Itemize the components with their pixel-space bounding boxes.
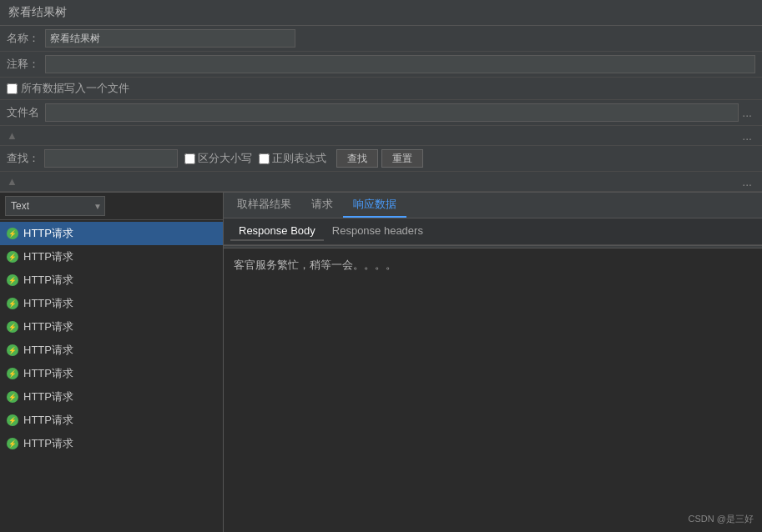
options-button-2[interactable]: ...	[739, 175, 755, 188]
http-request-icon	[7, 344, 18, 356]
http-request-icon	[7, 391, 18, 403]
tabs-bar: 取样器结果 请求 响应数据	[224, 193, 762, 218]
reset-button[interactable]: 重置	[381, 149, 423, 168]
filename-input[interactable]	[45, 103, 739, 122]
window-title: 察看结果树	[8, 5, 67, 18]
main-area: Text HTML JSON XML Regexp Tester ▼ HTTP请…	[0, 193, 762, 532]
http-request-icon	[7, 274, 18, 286]
search-label: 查找：	[7, 151, 39, 166]
name-row: 名称：	[0, 26, 762, 52]
http-request-icon	[7, 368, 18, 379]
search-input[interactable]	[44, 149, 178, 168]
filename-browse-button[interactable]: ...	[739, 106, 755, 119]
http-request-icon	[7, 251, 18, 263]
sub-tab-response-body[interactable]: Response Body	[230, 222, 324, 241]
tree-item-label: HTTP请求	[23, 319, 73, 334]
filename-row: 文件名 ...	[0, 100, 762, 126]
tree-item-label: HTTP请求	[23, 226, 73, 241]
all-data-checkbox-label[interactable]: 所有数据写入一个文件	[7, 81, 129, 96]
case-sensitive-label[interactable]: 区分大小写	[184, 151, 252, 166]
tree-item[interactable]: HTTP请求	[0, 362, 223, 385]
regex-checkbox[interactable]	[259, 153, 270, 164]
watermark: CSDN @是三好	[689, 513, 754, 525]
tree-item[interactable]: HTTP请求	[0, 222, 223, 245]
all-data-checkbox[interactable]	[7, 83, 18, 94]
http-request-icon	[7, 414, 18, 426]
separator-row-1: ▲ ...	[0, 126, 762, 146]
separator-dots-2: ▲	[7, 175, 19, 188]
http-request-icon	[7, 298, 18, 309]
tree-item-label: HTTP请求	[23, 413, 73, 428]
comment-input[interactable]	[45, 55, 755, 73]
tree-item-label: HTTP请求	[23, 389, 73, 404]
find-button[interactable]: 查找	[336, 149, 378, 168]
tree-item[interactable]: HTTP请求	[0, 315, 223, 339]
regex-label[interactable]: 正则表达式	[259, 151, 326, 166]
tree-item[interactable]: HTTP请求	[0, 245, 223, 269]
http-request-icon	[7, 321, 18, 333]
name-input[interactable]	[45, 29, 295, 48]
tree-item[interactable]: HTTP请求	[0, 269, 223, 292]
separator-dots-1: ▲	[7, 129, 19, 142]
all-data-label: 所有数据写入一个文件	[21, 81, 129, 96]
right-panel: 取样器结果 请求 响应数据 Response Body Response hea…	[224, 193, 762, 532]
name-label: 名称：	[7, 31, 40, 46]
response-text: 客官服务繁忙，稍等一会。。。。	[234, 258, 396, 271]
tab-sampler-result[interactable]: 取样器结果	[227, 193, 301, 218]
tab-response-data[interactable]: 响应数据	[343, 193, 406, 218]
options-button-1[interactable]: ...	[739, 129, 755, 143]
tree-item[interactable]: HTTP请求	[0, 409, 223, 432]
tree-item[interactable]: HTTP请求	[0, 385, 223, 409]
left-panel: Text HTML JSON XML Regexp Tester ▼ HTTP请…	[0, 193, 224, 532]
search-row: 查找： 区分大小写 正则表达式 查找 重置	[0, 146, 762, 172]
tree-item-label: HTTP请求	[23, 436, 73, 451]
http-request-icon	[7, 228, 18, 239]
response-body: 客官服务繁忙，稍等一会。。。。	[224, 248, 762, 532]
tree-item[interactable]: HTTP请求	[0, 339, 223, 362]
comment-label: 注释：	[7, 57, 40, 72]
type-select-wrapper: Text HTML JSON XML Regexp Tester ▼	[5, 196, 105, 216]
sub-tabs-bar: Response Body Response headers	[224, 218, 762, 245]
tree-item[interactable]: HTTP请求	[0, 432, 223, 455]
tab-request[interactable]: 请求	[301, 193, 343, 218]
sub-tab-response-headers[interactable]: Response headers	[324, 222, 431, 241]
type-dropdown-row: Text HTML JSON XML Regexp Tester ▼	[0, 193, 223, 220]
all-data-row: 所有数据写入一个文件	[0, 78, 762, 100]
filename-label: 文件名	[7, 105, 40, 120]
tree-item-label: HTTP请求	[23, 343, 73, 358]
http-request-icon	[7, 438, 18, 449]
tree-item-label: HTTP请求	[23, 366, 73, 381]
comment-row: 注释：	[0, 52, 762, 78]
separator-row-2: ▲ ...	[0, 172, 762, 192]
tree-list: HTTP请求HTTP请求HTTP请求HTTP请求HTTP请求HTTP请求HTTP…	[0, 220, 223, 532]
tree-item-label: HTTP请求	[23, 273, 73, 288]
tree-item-label: HTTP请求	[23, 249, 73, 264]
tree-item-label: HTTP请求	[23, 296, 73, 311]
case-sensitive-checkbox[interactable]	[184, 153, 195, 164]
form-section: 名称： 注释： 所有数据写入一个文件 文件名 ... ▲ ... 查找： 区分大…	[0, 26, 762, 193]
tree-item[interactable]: HTTP请求	[0, 292, 223, 315]
title-bar: 察看结果树	[0, 0, 762, 26]
type-select[interactable]: Text HTML JSON XML Regexp Tester	[5, 196, 105, 216]
